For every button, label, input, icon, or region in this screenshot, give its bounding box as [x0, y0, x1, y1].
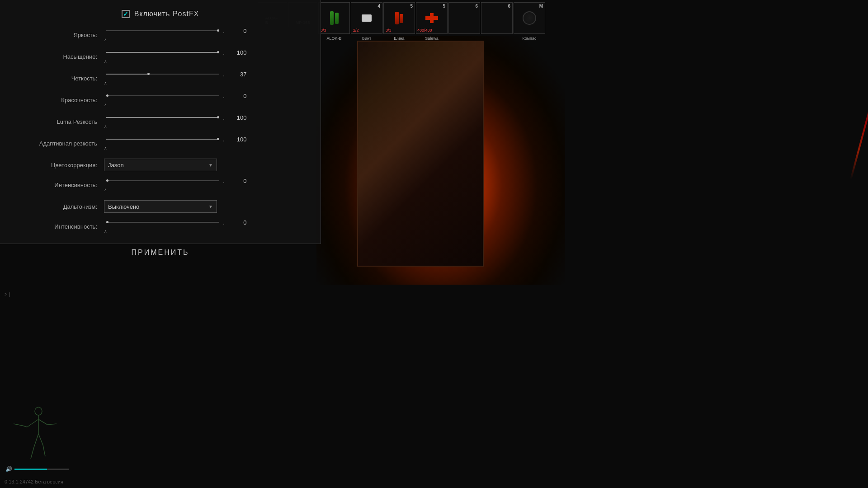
slot-label-alok: ALOK-B	[326, 36, 341, 41]
sharpness-row: Четкость: . 37 ∧	[14, 69, 307, 88]
luma-dot: .	[223, 113, 225, 122]
adaptive-sharpness-label: Адаптивная резкость	[14, 140, 104, 147]
saturation-slider[interactable]	[106, 52, 219, 53]
sharpness-label: Четкость:	[14, 75, 104, 82]
adaptive-dot: .	[223, 135, 225, 143]
saturation-slider-wrapper: . 100 ∧	[104, 48, 307, 65]
inventory-item-slot5[interactable]: 6	[448, 2, 480, 34]
brightness-slider-wrapper: . 0 ∧	[104, 27, 307, 43]
slot5-icon	[453, 9, 476, 27]
svg-line-3	[23, 426, 27, 427]
slot-num-2: 4	[377, 4, 380, 9]
colorfulness-up-arrow[interactable]: ∧	[104, 103, 107, 107]
slot-label-salewa: Salewa	[425, 36, 439, 41]
colorfulness-row: Красочность: . 0 ∧	[14, 90, 307, 109]
saturation-row: Насыщение: . 100 ∧	[14, 47, 307, 66]
svg-line-8	[38, 434, 43, 445]
colorfulness-slider[interactable]	[106, 95, 219, 96]
color-correction-dropdown-arrow: ▼	[208, 163, 213, 168]
luma-sharpness-row: Luma Резкость . 100 ∧	[14, 112, 307, 131]
slot-num-m: M	[539, 4, 543, 9]
colorblind-intensity-row: Интенсивность: . 0 ∧	[14, 217, 307, 236]
inventory-item-salewa[interactable]: 5 400/400 Salewa	[416, 2, 448, 34]
postfx-title: Включить PostFX	[134, 10, 199, 18]
slot-num-6: 6	[508, 4, 510, 9]
svg-line-6	[34, 434, 38, 447]
colorblind-select[interactable]: Выключено ▼	[104, 200, 217, 213]
color-intensity-slider-wrapper: . 0 ∧	[104, 177, 307, 193]
splint-icon	[388, 9, 410, 27]
sharpness-up-arrow[interactable]: ∧	[104, 81, 107, 85]
inventory-item-slot6[interactable]: 6	[481, 2, 513, 34]
inventory-item-compass[interactable]: M Компас	[514, 2, 545, 34]
apply-button[interactable]: ПРИМЕНИТЬ	[123, 245, 198, 260]
sound-icon: 🔊	[5, 466, 12, 472]
saturation-dot: .	[223, 48, 225, 56]
color-intensity-slider[interactable]	[106, 180, 219, 181]
red-line-decoration	[850, 92, 868, 179]
colorblind-intensity-dot: .	[223, 218, 225, 226]
salewa-icon	[420, 9, 443, 27]
colorfulness-label: Красочность:	[14, 97, 104, 103]
alok-icon	[323, 9, 345, 27]
adaptive-sharpness-slider[interactable]	[106, 139, 219, 140]
saturation-value: 100	[226, 49, 246, 56]
slot-count-3: 3/3	[386, 28, 392, 33]
colorblind-intensity-slider-wrapper: . 0 ∧	[104, 218, 307, 235]
colorblind-intensity-slider[interactable]	[106, 222, 219, 223]
colorblind-dropdown-arrow: ▼	[208, 204, 213, 209]
slot-num-5: 6	[475, 4, 478, 9]
slot-num-3: 5	[410, 4, 413, 9]
color-intensity-up-arrow[interactable]: ∧	[104, 188, 107, 192]
saturation-up-arrow[interactable]: ∧	[104, 59, 107, 64]
inventory-item-alok[interactable]: 3/3 ALOK-B	[318, 2, 350, 34]
inventory-item-bandage[interactable]: 4 2/2 Бинт	[351, 2, 382, 34]
color-intensity-value: 0	[226, 178, 246, 184]
svg-line-2	[27, 419, 38, 427]
svg-line-7	[31, 447, 34, 459]
sharpness-dot: .	[223, 70, 225, 78]
sharpness-value: 37	[226, 71, 246, 78]
colorblind-value: Выключено	[108, 203, 139, 210]
color-intensity-dot: .	[223, 177, 225, 185]
slot-label-splint: Шина	[394, 36, 404, 41]
brightness-value: 0	[226, 28, 246, 34]
svg-line-4	[38, 419, 47, 425]
adaptive-up-arrow[interactable]: ∧	[104, 146, 107, 150]
brightness-dot: .	[223, 27, 225, 35]
sharpness-slider[interactable]	[106, 74, 219, 75]
brightness-slider[interactable]	[106, 30, 219, 31]
slot-num-4: 5	[443, 4, 445, 9]
color-correction-select[interactable]: Jason ▼	[104, 159, 217, 171]
brightness-label: Яркость:	[14, 32, 104, 38]
colorblind-row: Дальтонизм: Выключено ▼	[14, 199, 307, 214]
luma-sharpness-slider[interactable]	[106, 117, 219, 118]
compass-icon	[518, 9, 541, 27]
colorblind-intensity-up-arrow[interactable]: ∧	[104, 229, 107, 234]
luma-sharpness-value: 100	[226, 114, 246, 121]
adaptive-sharpness-row: Адаптивная резкость . 100 ∧	[14, 134, 307, 153]
svg-line-9	[43, 445, 45, 456]
luma-up-arrow[interactable]: ∧	[104, 124, 107, 129]
svg-line-10	[14, 424, 23, 426]
colorfulness-dot: .	[223, 92, 225, 100]
postfx-checkbox[interactable]: ✓	[122, 10, 130, 18]
inventory-item-splint[interactable]: 5 3/3 Шина	[383, 2, 415, 34]
player-silhouette-svg	[14, 402, 68, 461]
slot-label-compass: Компас	[523, 36, 537, 41]
colorblind-intensity-value: 0	[226, 219, 246, 226]
luma-sharpness-label: Luma Резкость	[14, 118, 104, 125]
slot-count-2: 2/2	[353, 28, 359, 33]
color-correction-row: Цветокоррекция: Jason ▼	[14, 157, 307, 173]
player-silhouette-area	[14, 402, 68, 461]
slot-label-bandage: Бинт	[362, 36, 371, 41]
brightness-up-arrow[interactable]: ∧	[104, 38, 107, 42]
colorfulness-slider-wrapper: . 0 ∧	[104, 92, 307, 108]
colorfulness-value: 0	[226, 93, 246, 99]
door-frame	[357, 41, 484, 267]
version-text: 0.13.1.24742 Бета версия	[5, 479, 63, 484]
sound-track[interactable]	[14, 469, 69, 470]
checkbox-check-icon: ✓	[123, 10, 128, 18]
color-correction-label: Цветокоррекция:	[14, 162, 104, 169]
adaptive-sharpness-slider-wrapper: . 100 ∧	[104, 135, 307, 151]
